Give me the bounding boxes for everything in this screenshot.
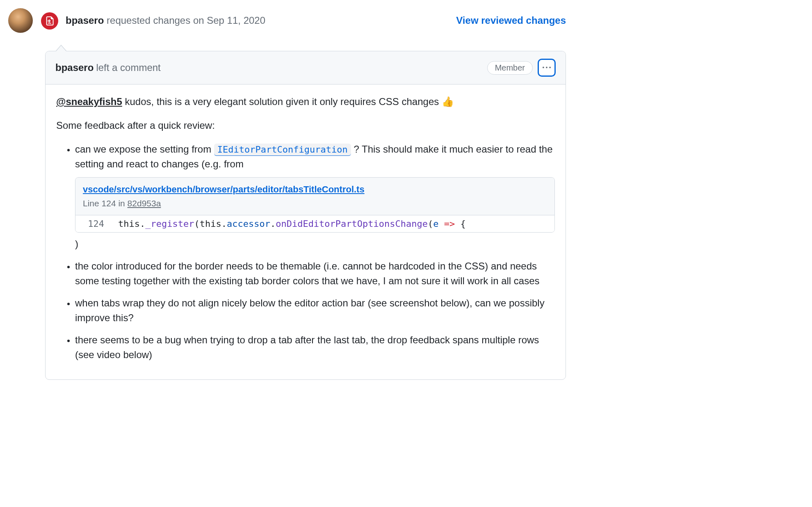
list-item: the color introduced for the border need… — [75, 259, 555, 288]
thumbs-up-emoji: 👍 — [442, 96, 454, 107]
review-comment-box: bpasero left a comment Member @sneakyfis… — [45, 51, 566, 380]
user-mention[interactable]: @sneakyfish5 — [56, 96, 122, 107]
view-reviewed-changes-link[interactable]: View reviewed changes — [456, 15, 566, 26]
changes-requested-icon — [41, 12, 58, 30]
inline-code-link[interactable]: IEditorPartConfiguration — [214, 144, 351, 156]
snippet-file-link[interactable]: vscode/src/vs/workbench/browser/parts/ed… — [83, 184, 365, 194]
avatar[interactable] — [8, 8, 33, 33]
bullet-text: can we expose the setting from — [75, 144, 214, 155]
snippet-header: vscode/src/vs/workbench/browser/parts/ed… — [75, 178, 554, 215]
member-badge[interactable]: Member — [487, 61, 533, 75]
snippet-code-line: this._register(this.accessor.onDidEditor… — [112, 217, 554, 231]
comment-body: @sneakyfish5 kudos, this is a very elega… — [46, 84, 566, 379]
comment-header-suffix: left a comment — [96, 62, 160, 73]
comment-intro-paragraph: @sneakyfish5 kudos, this is a very elega… — [56, 94, 555, 109]
bullet-text-close: ) — [75, 238, 78, 249]
feedback-heading: Some feedback after a quick review: — [56, 118, 555, 133]
comment-header: bpasero left a comment Member — [46, 51, 566, 84]
snippet-sha-link[interactable]: 82d953a — [128, 199, 161, 208]
snippet-line-number: 124 — [75, 217, 112, 231]
review-event-row: bpasero requested changes on Sep 11, 202… — [8, 8, 566, 33]
review-timestamp[interactable]: Sep 11, 2020 — [207, 15, 265, 26]
snippet-code-row[interactable]: 124 this._register(this.accessor.onDidEd… — [75, 215, 554, 232]
list-item: there seems to be a bug when trying to d… — [75, 333, 555, 362]
feedback-list: can we expose the setting from IEditorPa… — [56, 142, 555, 362]
list-item: can we expose the setting from IEditorPa… — [75, 142, 555, 251]
file-diff-icon — [45, 16, 54, 25]
snippet-meta: Line 124 in 82d953a — [83, 197, 547, 210]
code-snippet: vscode/src/vs/workbench/browser/parts/ed… — [75, 177, 555, 233]
review-summary: bpasero requested changes on Sep 11, 202… — [66, 8, 566, 26]
more-actions-button[interactable] — [538, 59, 556, 77]
intro-text: kudos, this is a very elegant solution g… — [122, 96, 442, 107]
review-action-text: requested changes on Sep 11, 2020 — [107, 15, 265, 26]
kebab-icon — [543, 64, 551, 72]
review-author-link[interactable]: bpasero — [66, 15, 104, 26]
list-item: when tabs wrap they do not align nicely … — [75, 296, 555, 325]
comment-author-link[interactable]: bpasero — [55, 62, 94, 73]
